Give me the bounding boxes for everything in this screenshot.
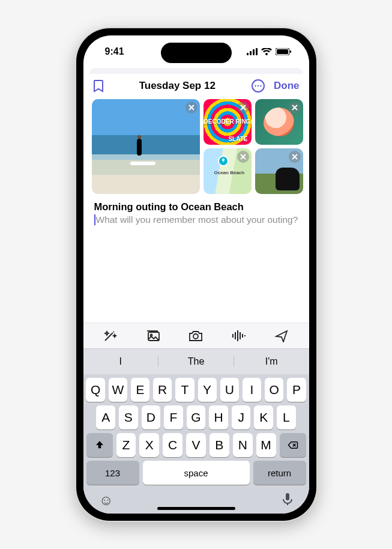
ellipsis-circle-icon bbox=[251, 79, 265, 93]
predictive-bar: I The I'm bbox=[83, 349, 309, 374]
photo-stack-icon bbox=[145, 329, 161, 342]
audio-button[interactable] bbox=[231, 329, 247, 342]
nav-bar: Tuesday Sep 12 Done bbox=[83, 74, 309, 99]
status-icons bbox=[247, 48, 291, 55]
key-row: 123 space return bbox=[83, 457, 309, 485]
close-icon bbox=[292, 105, 298, 111]
svg-rect-2 bbox=[253, 49, 255, 55]
letter-key[interactable]: X bbox=[139, 433, 159, 457]
photos-button[interactable] bbox=[145, 329, 161, 342]
letter-key[interactable]: K bbox=[254, 405, 273, 429]
emoji-button[interactable]: ☺ bbox=[99, 492, 114, 510]
letter-key[interactable]: R bbox=[153, 378, 172, 402]
close-icon bbox=[188, 105, 194, 111]
suggestions-button[interactable] bbox=[103, 329, 118, 342]
predictive-suggestion[interactable]: I bbox=[83, 356, 158, 367]
letter-key[interactable]: C bbox=[163, 433, 182, 457]
letter-key[interactable]: W bbox=[109, 378, 127, 402]
map-pin-icon bbox=[218, 156, 229, 166]
letter-key[interactable]: N bbox=[233, 433, 253, 457]
letter-key[interactable]: H bbox=[209, 405, 228, 429]
svg-rect-6 bbox=[290, 50, 291, 53]
letter-key[interactable]: Q bbox=[86, 378, 104, 402]
remove-attachment-button[interactable] bbox=[289, 102, 301, 114]
status-time: 9:41 bbox=[105, 46, 124, 57]
svg-point-13 bbox=[193, 334, 198, 339]
numbers-key[interactable]: 123 bbox=[86, 461, 139, 485]
attachment-photo-dog[interactable] bbox=[255, 148, 303, 194]
letter-key[interactable]: U bbox=[220, 378, 239, 402]
space-key[interactable]: space bbox=[143, 461, 250, 485]
remove-attachment-button[interactable] bbox=[185, 102, 198, 114]
location-button[interactable] bbox=[274, 329, 289, 342]
close-icon bbox=[292, 154, 298, 160]
key-row: ASDFGHJKL bbox=[83, 402, 309, 429]
bookmark-button[interactable] bbox=[93, 79, 104, 93]
entry-title: Morning outing to Ocean Beach bbox=[94, 201, 298, 213]
home-indicator[interactable] bbox=[157, 507, 235, 510]
entry-text-area[interactable]: Morning outing to Ocean Beach What will … bbox=[83, 194, 309, 231]
letter-key[interactable]: M bbox=[256, 433, 276, 457]
svg-point-8 bbox=[255, 85, 256, 86]
keyboard: I The I'm QWERTYUIOP ASDFGHJKL ZXCVBNM 1… bbox=[83, 349, 309, 514]
letter-key[interactable]: L bbox=[277, 405, 296, 429]
remove-attachment-button[interactable] bbox=[237, 151, 249, 163]
letter-key[interactable]: V bbox=[186, 433, 206, 457]
backspace-key[interactable] bbox=[280, 433, 306, 457]
dictation-button[interactable] bbox=[282, 492, 294, 510]
nav-title: Tuesday Sep 12 bbox=[139, 80, 216, 92]
text-cursor bbox=[94, 214, 95, 225]
svg-point-10 bbox=[260, 85, 261, 86]
attachments-grid: DECODER RING SLATE Ocean Beach bbox=[83, 99, 309, 194]
remove-attachment-button[interactable] bbox=[289, 151, 301, 163]
letter-key[interactable]: P bbox=[287, 378, 306, 402]
location-arrow-icon bbox=[274, 329, 289, 342]
close-icon bbox=[240, 154, 246, 160]
camera-icon bbox=[188, 329, 204, 342]
letter-key[interactable]: T bbox=[175, 378, 194, 402]
svg-rect-5 bbox=[277, 49, 288, 54]
remove-attachment-button[interactable] bbox=[237, 102, 249, 114]
key-row: ZXCVBNM bbox=[83, 429, 309, 457]
attachment-podcast-decoder-ring[interactable]: DECODER RING SLATE bbox=[204, 99, 252, 145]
mic-icon bbox=[282, 492, 294, 506]
svg-point-9 bbox=[258, 85, 259, 86]
entry-placeholder: What will you remember most about your o… bbox=[94, 214, 298, 226]
letter-key[interactable]: G bbox=[187, 405, 206, 429]
svg-rect-3 bbox=[256, 48, 258, 55]
camera-button[interactable] bbox=[188, 329, 204, 342]
letter-key[interactable]: I bbox=[243, 378, 261, 402]
wifi-icon bbox=[261, 48, 272, 55]
key-row: QWERTYUIOP bbox=[83, 374, 309, 402]
shift-icon bbox=[94, 440, 105, 450]
bookmark-icon bbox=[93, 79, 104, 93]
phone-frame: 9:41 Tuesday Sep 12 Done bbox=[76, 28, 316, 521]
shift-key[interactable] bbox=[86, 433, 113, 457]
letter-key[interactable]: D bbox=[142, 405, 161, 429]
letter-key[interactable]: S bbox=[119, 405, 138, 429]
predictive-suggestion[interactable]: The bbox=[158, 356, 234, 367]
svg-rect-1 bbox=[250, 51, 252, 55]
sparkle-wand-icon bbox=[103, 329, 118, 342]
letter-key[interactable]: F bbox=[164, 405, 183, 429]
done-button[interactable]: Done bbox=[274, 80, 300, 92]
dynamic-island bbox=[161, 43, 232, 63]
letter-key[interactable]: B bbox=[210, 433, 229, 457]
predictive-suggestion[interactable]: I'm bbox=[234, 356, 309, 367]
waveform-icon bbox=[231, 329, 247, 342]
letter-key[interactable]: Y bbox=[198, 378, 217, 402]
letter-key[interactable]: O bbox=[265, 378, 283, 402]
svg-rect-14 bbox=[286, 493, 289, 500]
backspace-icon bbox=[288, 440, 298, 450]
letter-key[interactable]: J bbox=[232, 405, 251, 429]
return-key[interactable]: return bbox=[253, 461, 306, 485]
more-button[interactable] bbox=[251, 79, 265, 93]
attachment-location-ocean-beach[interactable]: Ocean Beach bbox=[204, 148, 252, 194]
letter-key[interactable]: E bbox=[131, 378, 149, 402]
attachment-photo-shell[interactable] bbox=[255, 99, 303, 145]
cellular-icon bbox=[247, 48, 258, 55]
letter-key[interactable]: Z bbox=[116, 433, 136, 457]
attachment-photo-beach[interactable] bbox=[92, 99, 200, 194]
background-sheet bbox=[89, 68, 303, 74]
letter-key[interactable]: A bbox=[96, 405, 115, 429]
